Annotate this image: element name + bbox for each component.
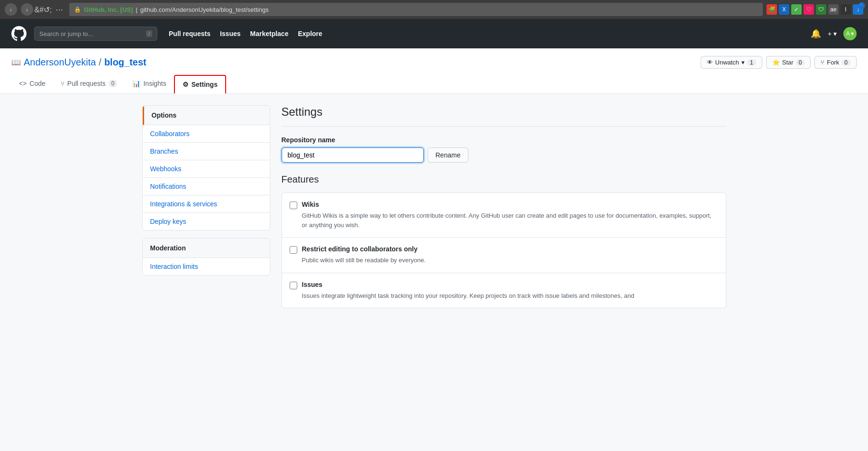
search-bar[interactable]: Search or jump to... / [34, 27, 157, 41]
url-separator: | [136, 6, 137, 13]
sidebar-item-branches[interactable]: Branches [143, 143, 270, 160]
sidebar-item-integrations[interactable]: Integrations & services [143, 195, 270, 213]
repo-tabs: <> Code ⑂ Pull requests 0 📊 Insights ⚙ S… [11, 74, 857, 93]
repo-title-left: 📖 AndersonUyekita / blog_test [11, 57, 146, 68]
wikis-checkbox[interactable] [290, 202, 297, 209]
repo-name-row: Rename [282, 147, 726, 163]
tab-insights-label: Insights [143, 80, 166, 87]
nav-marketplace[interactable]: Marketplace [250, 30, 289, 37]
ext-icon-5: 🛡 [816, 4, 826, 15]
feature-issues: Issues Issues integrate lightweight task… [282, 273, 726, 308]
nav-issues[interactable]: Issues [220, 30, 241, 37]
unwatch-button[interactable]: 👁 Unwatch ▾ 1 [701, 56, 762, 69]
ext-icon-3: ✓ [791, 4, 802, 15]
unwatch-label: Unwatch [715, 59, 740, 66]
url-path: github.com/AndersonUyekita/blog_test/set… [140, 6, 269, 13]
tab-settings-label: Settings [192, 81, 218, 88]
ext-icon-2: X [779, 4, 789, 15]
ext-icon-1: 🧩 [767, 4, 777, 15]
feature-wikis: Wikis GitHub Wikis is a simple way to le… [282, 193, 726, 238]
sidebar-item-collaborators[interactable]: Collaborators [143, 125, 270, 143]
fork-label: Fork [827, 59, 839, 66]
issues-name: Issues [302, 281, 323, 288]
reload-button[interactable]: &#↺; [37, 3, 49, 16]
unwatch-dropdown-icon: ▾ [741, 59, 745, 66]
star-icon: ⭐ [772, 59, 780, 66]
repo-header: 📖 AndersonUyekita / blog_test 👁 Unwatch … [0, 48, 868, 94]
eye-icon: 👁 [707, 59, 713, 66]
rename-button[interactable]: Rename [428, 147, 469, 163]
features-title: Features [282, 174, 726, 185]
site-name: GitHub, Inc. [US] [84, 6, 133, 13]
issues-checkbox[interactable] [290, 282, 297, 289]
main-content: Options Collaborators Branches Webhooks … [131, 105, 738, 308]
tab-code[interactable]: <> Code [11, 74, 53, 93]
lock-icon: 🔒 [74, 6, 81, 13]
code-icon: <> [19, 80, 27, 87]
feature-wikis-header: Wikis [290, 201, 718, 209]
sidebar-item-deploy-keys[interactable]: Deploy keys [143, 213, 270, 230]
tab-code-label: Code [29, 80, 45, 87]
search-placeholder: Search or jump to... [39, 30, 93, 37]
back-button[interactable]: ‹ [5, 3, 17, 16]
grid-view-button[interactable]: ⋯ [53, 3, 65, 16]
avatar[interactable]: A ▾ [843, 27, 857, 40]
restrict-editing-checkbox[interactable] [290, 246, 297, 254]
tab-pull-requests[interactable]: ⑂ Pull requests 0 [53, 74, 125, 93]
sidebar-section-moderation: Moderation Interaction limits [142, 238, 270, 276]
browser-extensions: 🧩 X ✓ ♡ 🛡 ae I ↓🔵 [767, 4, 863, 15]
wikis-description: GitHub Wikis is a simple way to let othe… [290, 211, 718, 230]
repo-owner-link[interactable]: AndersonUyekita [24, 57, 96, 68]
header-right: 🔔 + ▾ A ▾ [811, 27, 857, 40]
tab-settings[interactable]: ⚙ Settings [174, 75, 226, 94]
fork-icon: ⑂ [821, 59, 824, 66]
repo-title-row: 📖 AndersonUyekita / blog_test 👁 Unwatch … [11, 56, 857, 69]
github-header: Search or jump to... / Pull requests Iss… [0, 19, 868, 48]
restrict-editing-header: Restrict editing to collaborators only [290, 245, 718, 254]
sidebar-item-interaction-limits[interactable]: Interaction limits [143, 258, 270, 275]
sidebar-options-header: Options [143, 106, 270, 125]
github-logo[interactable] [11, 26, 27, 41]
pr-icon: ⑂ [61, 80, 64, 87]
sidebar-section-options: Options Collaborators Branches Webhooks … [142, 105, 270, 230]
sidebar-item-notifications[interactable]: Notifications [143, 178, 270, 195]
features-box: Wikis GitHub Wikis is a simple way to le… [282, 193, 726, 308]
fork-button[interactable]: ⑂ Fork 0 [814, 56, 857, 69]
feature-restrict-editing: Restrict editing to collaborators only P… [282, 238, 726, 273]
repo-name-input[interactable] [282, 147, 424, 163]
tab-pr-label: Pull requests [67, 80, 106, 87]
repo-actions: 👁 Unwatch ▾ 1 ⭐ Star 0 ⑂ Fork 0 [701, 56, 857, 69]
ext-icon-7: I [841, 4, 851, 15]
repo-name-label: Repository name [282, 136, 726, 144]
forward-button[interactable]: › [21, 3, 33, 16]
restrict-editing-name: Restrict editing to collaborators only [302, 245, 418, 253]
ext-icon-8: ↓🔵 [853, 4, 863, 15]
main-nav: Pull requests Issues Marketplace Explore [169, 30, 322, 37]
star-button[interactable]: ⭐ Star 0 [766, 56, 811, 69]
wikis-name: Wikis [302, 201, 319, 208]
fork-count: 0 [841, 59, 850, 66]
ext-icon-6: ae [828, 4, 839, 15]
tab-insights[interactable]: 📊 Insights [125, 74, 174, 93]
issues-header: Issues [290, 281, 718, 289]
star-label: Star [782, 59, 794, 66]
insights-icon: 📊 [132, 80, 140, 87]
nav-pull-requests[interactable]: Pull requests [169, 30, 210, 37]
pr-count-badge: 0 [109, 80, 118, 87]
sidebar: Options Collaborators Branches Webhooks … [142, 105, 270, 308]
browser-chrome: ‹ › &#↺; ⋯ 🔒 GitHub, Inc. [US] | github.… [0, 0, 868, 19]
settings-icon: ⚙ [183, 81, 189, 88]
title-separator: / [99, 57, 101, 68]
repo-name-link[interactable]: blog_test [104, 57, 146, 68]
settings-page-title: Settings [282, 105, 726, 127]
repo-book-icon: 📖 [11, 58, 21, 67]
nav-explore[interactable]: Explore [298, 30, 322, 37]
address-bar[interactable]: 🔒 GitHub, Inc. [US] | github.com/Anderso… [69, 3, 763, 16]
issues-description: Issues integrate lightweight task tracki… [290, 291, 718, 301]
slash-key-badge: / [146, 30, 152, 37]
notifications-button[interactable]: 🔔 [811, 28, 821, 39]
repo-name-group: Repository name Rename [282, 136, 726, 163]
sidebar-item-webhooks[interactable]: Webhooks [143, 160, 270, 178]
new-item-button[interactable]: + ▾ [828, 30, 837, 37]
settings-content: Settings Repository name Rename Features… [282, 105, 726, 308]
